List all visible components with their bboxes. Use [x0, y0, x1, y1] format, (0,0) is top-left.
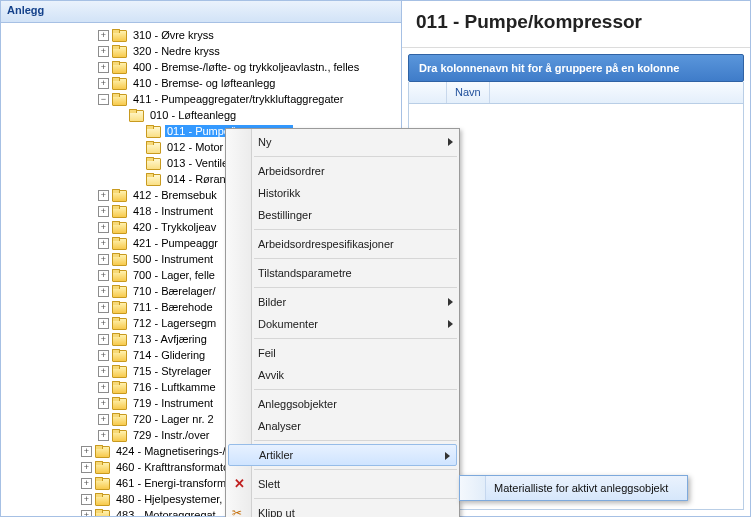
- grid-col-name[interactable]: Navn: [447, 82, 490, 103]
- tree-item-label[interactable]: 424 - Magnetiserings-/av: [114, 445, 239, 457]
- tree-item-label[interactable]: 320 - Nedre kryss: [131, 45, 222, 57]
- expand-icon[interactable]: +: [98, 302, 109, 313]
- folder-icon: [112, 205, 127, 217]
- menu-item[interactable]: Dokumenter: [226, 313, 459, 335]
- expand-icon[interactable]: +: [98, 222, 109, 233]
- folder-icon: [112, 253, 127, 265]
- menu-item[interactable]: Arbeidsordrer: [226, 160, 459, 182]
- expand-icon[interactable]: +: [98, 366, 109, 377]
- tree-row[interactable]: +320 - Nedre kryss: [3, 43, 401, 59]
- tree-item-label[interactable]: 460 - Krafttransformator: [114, 461, 235, 473]
- expand-icon[interactable]: +: [98, 238, 109, 249]
- expand-icon[interactable]: +: [98, 78, 109, 89]
- expand-icon[interactable]: +: [98, 414, 109, 425]
- tree-item-label[interactable]: 719 - Instrument: [131, 397, 215, 409]
- menu-item-label: Slett: [258, 478, 280, 490]
- menu-separator: [254, 229, 457, 230]
- tree-item-label[interactable]: 729 - Instr./over: [131, 429, 211, 441]
- expand-icon[interactable]: +: [81, 446, 92, 457]
- expand-icon[interactable]: +: [98, 286, 109, 297]
- context-menu[interactable]: NyArbeidsordrerHistorikkBestillingerArbe…: [225, 128, 460, 517]
- tree-item-label[interactable]: 715 - Styrelager: [131, 365, 213, 377]
- tree-row[interactable]: 010 - Løfteanlegg: [3, 107, 401, 123]
- expander-blank: [132, 142, 143, 153]
- tree-item-label[interactable]: 711 - Bærehode: [131, 301, 215, 313]
- tree-item-label[interactable]: 013 - Ventiler: [165, 157, 234, 169]
- menu-item[interactable]: Bilder: [226, 291, 459, 313]
- expand-icon[interactable]: +: [98, 318, 109, 329]
- expand-icon[interactable]: +: [81, 462, 92, 473]
- tree-item-label[interactable]: 412 - Bremsebuk: [131, 189, 219, 201]
- tree-item-label[interactable]: 712 - Lagersegm: [131, 317, 218, 329]
- menu-item[interactable]: Bestillinger: [226, 204, 459, 226]
- folder-icon: [129, 109, 144, 121]
- menu-item[interactable]: Anleggsobjekter: [226, 393, 459, 415]
- folder-icon: [112, 381, 127, 393]
- menu-item[interactable]: Historikk: [226, 182, 459, 204]
- expand-icon[interactable]: +: [98, 398, 109, 409]
- expand-icon[interactable]: +: [98, 46, 109, 57]
- tree-item-label[interactable]: 716 - Luftkamme: [131, 381, 218, 393]
- tree-row[interactable]: −411 - Pumpeaggregater/trykkluftaggregat…: [3, 91, 401, 107]
- expand-icon[interactable]: +: [98, 382, 109, 393]
- tree-item-label[interactable]: 400 - Bremse-/løfte- og trykkoljeavlastn…: [131, 61, 361, 73]
- folder-icon: [95, 445, 110, 457]
- expand-icon[interactable]: +: [81, 494, 92, 505]
- submenu-gutter: [460, 476, 486, 500]
- menu-item[interactable]: Avvik: [226, 364, 459, 386]
- tree-item-label[interactable]: 411 - Pumpeaggregater/trykkluftaggregate…: [131, 93, 345, 105]
- tree-row[interactable]: +310 - Øvre kryss: [3, 27, 401, 43]
- collapse-icon[interactable]: −: [98, 94, 109, 105]
- expand-icon[interactable]: +: [98, 30, 109, 41]
- tree-item-label[interactable]: 012 - Motor: [165, 141, 225, 153]
- expand-icon[interactable]: +: [98, 430, 109, 441]
- tree-item-label[interactable]: 010 - Løfteanlegg: [148, 109, 238, 121]
- expand-icon[interactable]: +: [81, 478, 92, 489]
- expand-icon[interactable]: +: [81, 510, 92, 517]
- grid-col-blank[interactable]: [409, 82, 447, 103]
- context-menu-items: NyArbeidsordrerHistorikkBestillingerArbe…: [226, 129, 459, 517]
- menu-item[interactable]: Analyser: [226, 415, 459, 437]
- grid-header: Navn: [408, 82, 744, 104]
- left-pane-title: Anlegg: [7, 4, 44, 16]
- expand-icon[interactable]: +: [98, 206, 109, 217]
- tree-row[interactable]: +400 - Bremse-/løfte- og trykkoljeavlast…: [3, 59, 401, 75]
- menu-item[interactable]: Klipp ut: [226, 502, 459, 517]
- expand-icon[interactable]: +: [98, 254, 109, 265]
- expand-icon[interactable]: +: [98, 350, 109, 361]
- menu-item[interactable]: Ny: [226, 131, 459, 153]
- menu-item-label: Artikler: [259, 449, 293, 461]
- menu-item[interactable]: ✕Slett: [226, 473, 459, 495]
- menu-item[interactable]: Tilstandsparametre: [226, 262, 459, 284]
- expand-icon[interactable]: +: [98, 62, 109, 73]
- tree-item-label[interactable]: 410 - Bremse- og løfteanlegg: [131, 77, 277, 89]
- folder-icon: [146, 173, 161, 185]
- tree-item-label[interactable]: 500 - Instrument: [131, 253, 215, 265]
- tree-item-label[interactable]: 710 - Bærelager/: [131, 285, 218, 297]
- folder-icon: [112, 29, 127, 41]
- expand-icon[interactable]: +: [98, 270, 109, 281]
- tree-item-label[interactable]: 310 - Øvre kryss: [131, 29, 216, 41]
- tree-item-label[interactable]: 480 - Hjelpesystemer, ge: [114, 493, 240, 505]
- submenu-artikler[interactable]: Materialliste for aktivt anleggsobjekt: [459, 475, 688, 501]
- menu-item[interactable]: Arbeidsordrespesifikasjoner: [226, 233, 459, 255]
- expand-icon[interactable]: +: [98, 334, 109, 345]
- tree-item-label[interactable]: 700 - Lager, felle: [131, 269, 217, 281]
- group-by-bar[interactable]: Dra kolonnenavn hit for å gruppere på en…: [408, 54, 744, 82]
- tree-item-label[interactable]: 420 - Trykkoljeav: [131, 221, 218, 233]
- tree-item-label[interactable]: 714 - Glidering: [131, 349, 207, 361]
- tree-item-label[interactable]: 421 - Pumpeaggr: [131, 237, 220, 249]
- menu-item[interactable]: Artikler: [228, 444, 457, 466]
- menu-item[interactable]: Feil: [226, 342, 459, 364]
- tree-item-label[interactable]: 461 - Energi-transformat: [114, 477, 237, 489]
- submenu-item-materialliste[interactable]: Materialliste for aktivt anleggsobjekt: [486, 482, 668, 494]
- expand-icon[interactable]: +: [98, 190, 109, 201]
- tree-item-label[interactable]: 418 - Instrument: [131, 205, 215, 217]
- tree-row[interactable]: +410 - Bremse- og løfteanlegg: [3, 75, 401, 91]
- folder-icon: [146, 141, 161, 153]
- tree-item-label[interactable]: 713 - Avfjæring: [131, 333, 209, 345]
- expander-blank: [115, 110, 126, 121]
- tree-item-label[interactable]: 483 - Motoraggregat: [114, 509, 218, 516]
- folder-icon: [112, 189, 127, 201]
- tree-item-label[interactable]: 720 - Lager nr. 2: [131, 413, 216, 425]
